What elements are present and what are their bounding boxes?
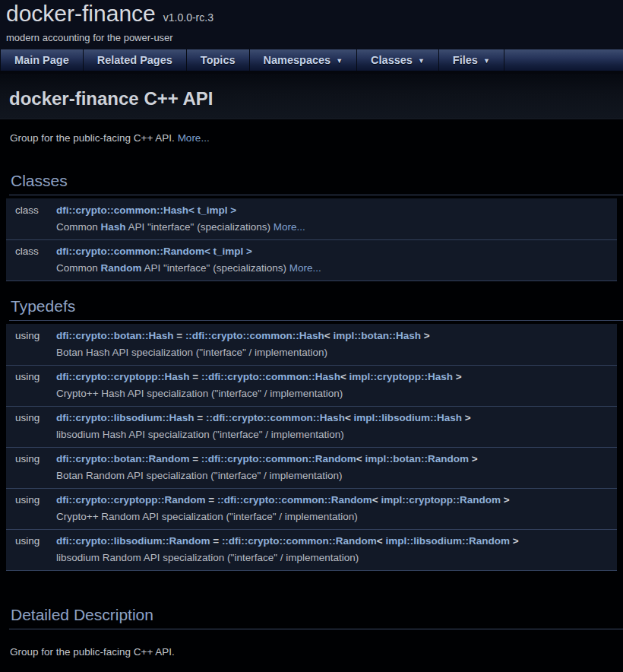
member-keyword: using bbox=[6, 451, 56, 468]
typedef-arg-link[interactable]: impl::botan::Random bbox=[365, 453, 468, 464]
typedef-row: using dfi::crypto::botan::Hash = ::dfi::… bbox=[6, 324, 617, 365]
typedef-description: Botan Random API specialization ("interf… bbox=[56, 468, 617, 484]
tab-classes[interactable]: Classes ▼ bbox=[357, 49, 439, 71]
tab-files[interactable]: Files ▼ bbox=[439, 49, 504, 71]
typedef-description: Crypto++ Random API specialization ("int… bbox=[56, 509, 617, 525]
typedef-name-link[interactable]: dfi::crypto::libsodium::Random bbox=[56, 535, 210, 547]
nav-tabs: Main Page Related Pages Topics Namespace… bbox=[0, 49, 623, 71]
intro-text: Group for the public-facing C++ API. bbox=[10, 132, 178, 144]
typedefs-table: using dfi::crypto::botan::Hash = ::dfi::… bbox=[6, 324, 617, 571]
typedef-description: libsodium Hash API specialization ("inte… bbox=[56, 426, 617, 443]
typedef-arg-link[interactable]: impl::libsodium::Random bbox=[386, 535, 510, 547]
typedef-row: using dfi::crypto::libsodium::Hash = ::d… bbox=[6, 406, 617, 447]
typedef-arg-link[interactable]: impl::cryptopp::Hash bbox=[349, 371, 454, 382]
intro-paragraph: Group for the public-facing C++ API. Mor… bbox=[10, 132, 613, 144]
class-desc-link[interactable]: Hash bbox=[101, 221, 126, 233]
class-link[interactable]: dfi::crypto::common::Random< t_impl > bbox=[56, 246, 252, 257]
tab-label: Topics bbox=[201, 54, 236, 66]
tab-related-pages[interactable]: Related Pages bbox=[84, 49, 187, 71]
typedef-name-link[interactable]: dfi::crypto::botan::Hash bbox=[56, 330, 173, 341]
member-keyword: class bbox=[6, 202, 56, 219]
member-keyword: using bbox=[6, 533, 56, 550]
typedef-target-link[interactable]: ::dfi::crypto::common::Hash bbox=[185, 330, 324, 341]
typedef-description: Botan Hash API specialization ("interfac… bbox=[56, 344, 617, 361]
member-keyword: using bbox=[6, 492, 56, 509]
tab-main-page[interactable]: Main Page bbox=[0, 49, 84, 71]
chevron-down-icon: ▼ bbox=[418, 57, 425, 65]
more-link[interactable]: More... bbox=[178, 132, 210, 144]
classes-table: class dfi::crypto::common::Hash< t_impl … bbox=[6, 198, 617, 281]
typedef-description: libsodium Random API specialization ("in… bbox=[56, 550, 617, 566]
more-link[interactable]: More... bbox=[289, 262, 321, 274]
typedef-arg-link[interactable]: impl::libsodium::Hash bbox=[354, 412, 463, 423]
member-keyword: using bbox=[6, 328, 56, 344]
typedef-target-link[interactable]: ::dfi::crypto::common::Random bbox=[201, 453, 356, 464]
typedef-target-link[interactable]: ::dfi::crypto::common::Random bbox=[222, 535, 377, 547]
page-title: docker-finance C++ API bbox=[0, 74, 623, 109]
class-row: class dfi::crypto::common::Hash< t_impl … bbox=[6, 198, 617, 239]
tab-topics[interactable]: Topics bbox=[187, 49, 250, 71]
class-description: Common Hash API "interface" (specializat… bbox=[56, 219, 617, 236]
tab-label: Main Page bbox=[14, 54, 69, 66]
typedef-arg-link[interactable]: impl::cryptopp::Random bbox=[381, 494, 501, 506]
typedef-target-link[interactable]: ::dfi::crypto::common::Hash bbox=[201, 371, 340, 382]
tab-label: Classes bbox=[371, 54, 413, 66]
typedef-name-link[interactable]: dfi::crypto::cryptopp::Hash bbox=[56, 371, 190, 382]
typedef-description: Crypto++ Hash API specialization ("inter… bbox=[56, 385, 617, 402]
typedef-name-link[interactable]: dfi::crypto::cryptopp::Random bbox=[56, 494, 205, 506]
typedef-arg-link[interactable]: impl::botan::Hash bbox=[334, 330, 422, 341]
title-area: docker-finance v1.0.0-rc.3 modern accoun… bbox=[0, 0, 623, 49]
typedef-row: using dfi::crypto::cryptopp::Hash = ::df… bbox=[6, 365, 617, 406]
more-link[interactable]: More... bbox=[274, 221, 305, 233]
section-header-classes: Classes bbox=[9, 172, 623, 195]
project-version: v1.0.0-rc.3 bbox=[163, 11, 213, 24]
class-desc-link[interactable]: Random bbox=[101, 262, 142, 274]
chevron-down-icon: ▼ bbox=[483, 57, 490, 65]
typedef-row: using dfi::crypto::botan::Random = ::dfi… bbox=[6, 447, 617, 488]
project-brief: modern accounting for the power-user bbox=[6, 32, 623, 43]
typedef-row: using dfi::crypto::libsodium::Random = :… bbox=[6, 529, 617, 570]
section-header-typedefs: Typedefs bbox=[9, 297, 623, 321]
member-keyword: using bbox=[6, 369, 56, 385]
class-description: Common Random API "interface" (specializ… bbox=[56, 260, 617, 277]
class-link[interactable]: dfi::crypto::common::Hash< t_impl > bbox=[56, 204, 236, 216]
contents: Group for the public-facing C++ API. Mor… bbox=[0, 132, 623, 672]
tab-label: Namespaces bbox=[264, 54, 331, 66]
page-header: docker-finance C++ API bbox=[0, 74, 623, 119]
member-keyword: using bbox=[6, 410, 56, 426]
tab-namespaces[interactable]: Namespaces ▼ bbox=[250, 49, 358, 71]
typedef-target-link[interactable]: ::dfi::crypto::common::Random bbox=[217, 494, 372, 506]
detailed-paragraph: Group for the public-facing C++ API. bbox=[10, 646, 613, 658]
typedef-target-link[interactable]: ::dfi::crypto::common::Hash bbox=[206, 412, 345, 423]
tab-label: Related Pages bbox=[97, 54, 172, 66]
typedef-row: using dfi::crypto::cryptopp::Random = ::… bbox=[6, 488, 617, 529]
class-row: class dfi::crypto::common::Random< t_imp… bbox=[6, 239, 617, 281]
section-header-detailed-description: Detailed Description bbox=[9, 606, 623, 629]
typedef-name-link[interactable]: dfi::crypto::libsodium::Hash bbox=[56, 412, 194, 423]
project-name: docker-finance bbox=[6, 1, 156, 27]
tab-label: Files bbox=[453, 54, 478, 66]
member-keyword: class bbox=[6, 243, 56, 260]
chevron-down-icon: ▼ bbox=[336, 57, 343, 65]
typedef-name-link[interactable]: dfi::crypto::botan::Random bbox=[56, 453, 189, 464]
